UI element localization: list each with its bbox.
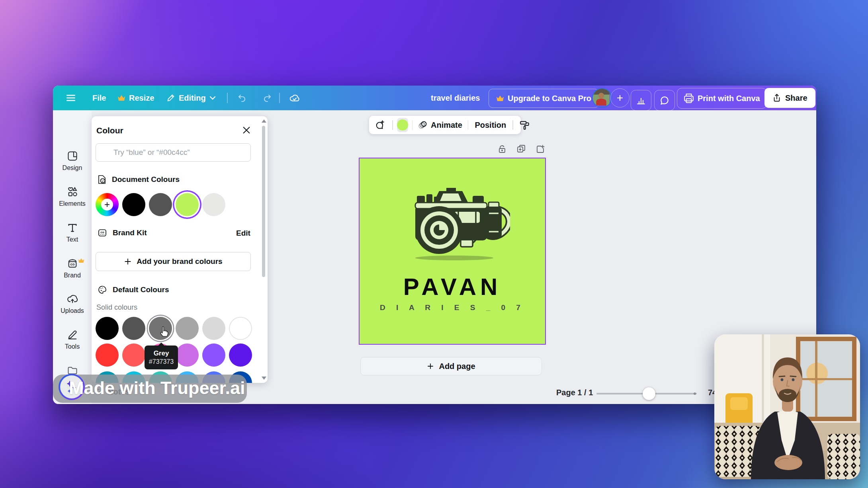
panel-scrollbar[interactable] — [261, 118, 266, 381]
solid-colour-row-1 — [96, 317, 252, 340]
default-colours-label: Default Colours — [113, 285, 169, 294]
colour-swatch[interactable] — [122, 317, 145, 340]
slider-end-dot — [694, 392, 696, 395]
avatar — [592, 88, 612, 108]
uploads-icon — [67, 293, 78, 305]
resize-menu[interactable]: Resize — [117, 86, 154, 110]
plus-icon: + — [617, 92, 623, 104]
share-export-icon — [772, 94, 781, 102]
selection-context-toolbar: Animate Position — [369, 116, 521, 134]
sidebar: Design Elements Text co Brand Uploads — [53, 110, 92, 404]
undo-button[interactable] — [237, 86, 247, 110]
close-panel-button[interactable] — [241, 125, 252, 135]
presenter-scene — [714, 334, 860, 479]
sidebar-item-brand[interactable]: co Brand — [53, 252, 92, 285]
document-title[interactable]: travel diaries — [431, 86, 480, 110]
colour-swatch[interactable] — [176, 193, 199, 216]
presenter-video-overlay[interactable] — [714, 334, 860, 479]
editing-mode-menu[interactable]: Editing — [166, 86, 216, 110]
document-colour-swatches — [96, 193, 225, 216]
brand-kit-icon: co — [98, 228, 107, 238]
toolbar-separator — [227, 93, 228, 103]
brand-kit-label: Brand Kit — [113, 228, 147, 237]
sidebar-label: Design — [63, 164, 82, 172]
upgrade-button[interactable]: Upgrade to Canva Pro — [489, 89, 599, 108]
comments-button[interactable] — [654, 88, 675, 113]
sidebar-item-uploads[interactable]: Uploads — [53, 287, 92, 320]
watermark-text: Made with Trupeer.ai — [69, 378, 245, 398]
brand-kit-edit-link[interactable]: Edit — [236, 229, 250, 238]
colour-swatch[interactable] — [202, 317, 225, 340]
file-menu[interactable]: File — [92, 86, 106, 110]
colour-search-input[interactable] — [96, 143, 251, 162]
account-avatar[interactable] — [592, 89, 612, 107]
add-page-button[interactable]: Add page — [360, 357, 542, 375]
tooltip-colour-name: Grey — [154, 349, 169, 357]
insights-button[interactable] — [631, 88, 651, 113]
scroll-down-arrow[interactable] — [262, 377, 266, 380]
colour-swatch[interactable] — [229, 317, 252, 340]
sidebar-item-text[interactable]: Text — [53, 216, 92, 249]
design-canvas-page[interactable]: PAVAN D I A R I E S _ 0 7 — [360, 158, 545, 344]
sidebar-item-design[interactable]: Design — [53, 144, 92, 178]
animate-label: Animate — [431, 121, 462, 130]
unlock-icon[interactable] — [497, 144, 507, 154]
comment-add-icon — [375, 120, 385, 130]
default-colours-header: Default Colours — [98, 285, 169, 295]
add-member-button[interactable]: + — [610, 89, 629, 107]
canvas-subtitle-text[interactable]: D I A R I E S _ 0 7 — [360, 303, 545, 312]
colour-swatch[interactable] — [96, 317, 119, 340]
comment-bubble-icon — [659, 95, 670, 105]
palette-icon — [98, 285, 107, 295]
animate-button[interactable]: Animate — [416, 120, 464, 130]
editing-label: Editing — [179, 94, 206, 103]
context-separator — [392, 120, 393, 130]
sidebar-item-tools[interactable]: Tools — [53, 323, 92, 356]
share-button[interactable]: Share — [764, 88, 815, 108]
add-comment-button[interactable] — [371, 120, 388, 130]
cloud-save-status[interactable] — [289, 86, 300, 110]
main-menu-button[interactable] — [66, 86, 76, 110]
colour-swatch[interactable] — [149, 193, 172, 216]
bar-chart-icon — [636, 96, 646, 105]
zoom-slider[interactable] — [596, 388, 697, 399]
chevron-down-icon — [209, 96, 216, 100]
canvas-title-text[interactable]: PAVAN — [360, 273, 545, 301]
position-button[interactable]: Position — [472, 121, 508, 130]
upgrade-label: Upgrade to Canva Pro — [508, 94, 591, 103]
svg-text:co: co — [100, 230, 104, 234]
redo-icon — [262, 93, 272, 103]
hamburger-icon — [66, 93, 76, 103]
tooltip-colour-hex: #737373 — [149, 358, 174, 365]
background-colour-chip[interactable] — [397, 118, 408, 132]
colour-panel: Colour Document Colours co Brand Kit Edi… — [92, 116, 268, 383]
redo-button[interactable] — [262, 86, 272, 110]
duplicate-page-icon[interactable] — [516, 144, 526, 154]
add-brand-colours-button[interactable]: Add your brand colours — [96, 252, 251, 271]
copy-style-button[interactable] — [517, 120, 532, 130]
add-page-icon[interactable] — [536, 144, 545, 154]
print-label: Print with Canva — [698, 94, 760, 103]
colour-swatch[interactable] — [122, 193, 145, 216]
colour-swatch[interactable] — [202, 193, 225, 216]
colour-swatch[interactable] — [176, 317, 199, 340]
print-button[interactable]: Print with Canva — [677, 88, 767, 109]
colour-swatch[interactable] — [176, 344, 199, 367]
colour-swatch[interactable] — [122, 344, 145, 367]
colour-swatch[interactable] — [96, 344, 119, 367]
sidebar-item-elements[interactable]: Elements — [53, 180, 92, 213]
slider-handle[interactable] — [643, 387, 655, 400]
crown-icon — [496, 95, 504, 102]
colour-swatch[interactable] — [229, 344, 252, 367]
file-label: File — [92, 94, 106, 103]
elements-icon — [67, 186, 78, 197]
sidebar-label: Text — [66, 236, 78, 243]
colour-swatch[interactable] — [202, 344, 225, 367]
printer-icon — [684, 94, 694, 103]
document-colours-label: Document Colours — [112, 175, 180, 184]
hand-pointer-cursor — [158, 326, 170, 338]
scroll-up-arrow[interactable] — [262, 119, 266, 123]
add-colour-swatch[interactable] — [96, 193, 119, 216]
page-indicator-label: Page 1 / 1 — [556, 388, 593, 397]
scrollbar-thumb[interactable] — [262, 126, 265, 277]
